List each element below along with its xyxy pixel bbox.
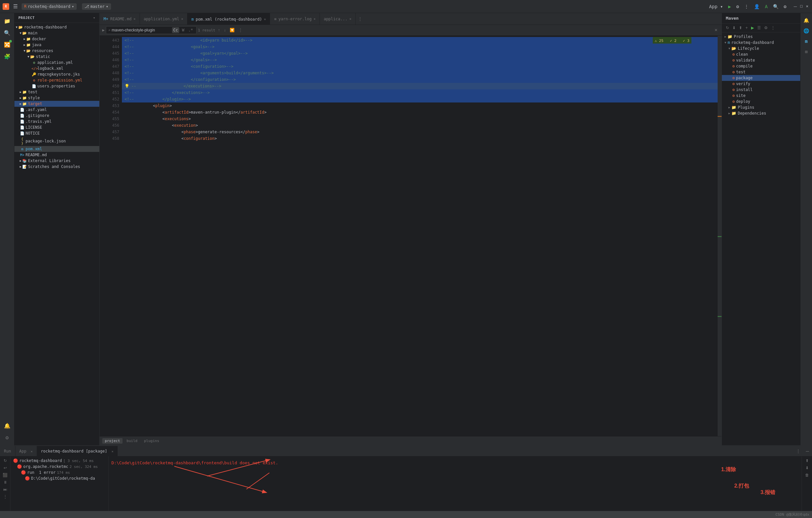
run-settings[interactable]: ⋮ — [2, 494, 8, 500]
tree-item-readme[interactable]: M+ README.md — [14, 152, 99, 158]
maven-more[interactable]: ⋮ — [770, 25, 776, 31]
search-next[interactable]: ↓ — [223, 27, 227, 33]
tab-applica[interactable]: applica... ✕ — [320, 13, 355, 25]
tree-item-jks[interactable]: 🔑 rmqcngkeystore.jks — [14, 71, 99, 77]
editor-tab-plugins[interactable]: plugins — [141, 438, 162, 444]
search-expand[interactable]: ▶ — [102, 28, 105, 32]
activity-git[interactable]: 🔀 — [2, 39, 12, 50]
tab-close-appyml[interactable]: ✕ — [181, 17, 183, 21]
tree-item-style[interactable]: ▶ 📁 style — [14, 95, 99, 101]
tree-item-logback[interactable]: </> logback.xml — [14, 65, 99, 71]
maven-validate[interactable]: ⚙ validate — [722, 57, 800, 63]
search-options[interactable]: ⋮ — [237, 27, 244, 33]
search-filter[interactable]: 🔽 — [228, 27, 236, 33]
right-icon-m[interactable]: m — [802, 37, 811, 46]
run-pause[interactable]: ⏸ — [2, 479, 8, 485]
tree-item-target[interactable]: ▶ 📁 target — [14, 101, 99, 107]
tree-item-asf[interactable]: 📄 .asf.yaml — [14, 107, 99, 113]
maven-profiles[interactable]: ▶ 📁 Profiles — [722, 34, 800, 40]
maven-lifecycle[interactable]: ▼ 📂 Lifecycle — [722, 45, 800, 52]
tree-item-appyml[interactable]: ⚙ application.yml — [14, 60, 99, 65]
hamburger-menu[interactable]: ☰ — [12, 2, 19, 11]
maven-site[interactable]: ⚙ site — [722, 93, 800, 98]
tab-close-readme[interactable]: ✕ — [134, 17, 135, 21]
right-icon-table[interactable]: ⊞ — [802, 47, 811, 56]
editor-tab-build[interactable]: build — [124, 438, 140, 444]
app-button[interactable]: App ▾ — [708, 3, 724, 10]
tab-yarn-log[interactable]: ≡ yarn-error.log ✕ — [270, 13, 319, 25]
search-close[interactable]: ✕ — [713, 27, 719, 33]
maven-add[interactable]: + — [744, 25, 749, 31]
bottom-close-panel[interactable]: — — [803, 447, 812, 456]
tab-readme[interactable]: M+ README.md ✕ — [99, 13, 140, 25]
git-branch[interactable]: ⎇ master ▾ — [82, 3, 111, 10]
maven-test[interactable]: ⚙ test — [722, 69, 800, 75]
search-icon[interactable]: 🔍 — [772, 3, 780, 10]
maven-upload[interactable]: ⬆ — [737, 25, 744, 31]
right-icon-notification[interactable]: 🔔 — [802, 16, 811, 25]
run-item-rocketmc[interactable]: 🔴 org.apache.rocketmc 2 sec, 324 ms — [10, 464, 109, 469]
run-button[interactable]: ▶ — [727, 3, 732, 10]
maven-tasks[interactable]: ☰ — [756, 25, 762, 31]
activity-settings2[interactable]: ⚙ — [2, 432, 12, 443]
tree-item-role[interactable]: ⚙ role-permission.yml — [14, 77, 99, 83]
activity-extensions[interactable]: 🧩 — [2, 51, 12, 62]
tree-item-notice[interactable]: 📄 NOTICE — [14, 130, 99, 136]
tab-close-pom[interactable]: ✕ — [264, 17, 266, 21]
run-filter[interactable]: ⏭ — [2, 487, 8, 492]
close-button[interactable]: ✕ — [805, 4, 809, 9]
run-item-path[interactable]: 🔴 D:\Code\gitCode\rocketmq-da — [10, 476, 109, 481]
tab-pom[interactable]: m pom.xml (rocketmq-dashboard) ✕ — [187, 13, 270, 25]
maven-verify[interactable]: ⚙ verify — [722, 81, 800, 87]
run-item-dashboard[interactable]: 🔴 rocketmq-dashboard [ 3 sec, 54 ms — [10, 458, 109, 464]
run-stop[interactable]: ⬛ — [1, 472, 9, 478]
build-button[interactable]: ⚙ — [735, 3, 740, 10]
maven-compile[interactable]: ⚙ compile — [722, 63, 800, 69]
settings-icon[interactable]: ⚙ — [783, 3, 788, 10]
run-restart[interactable]: ↻ — [2, 458, 8, 464]
tree-item-java[interactable]: ▶ 📁 java — [14, 42, 99, 48]
activity-search[interactable]: 🔍 — [2, 28, 12, 38]
tree-item-pom[interactable]: m pom.xml — [14, 146, 99, 152]
bottom-tab-package[interactable]: rocketmq-dashboard [package] ✕ — [37, 446, 118, 456]
maven-download[interactable]: ⬇ — [731, 25, 737, 31]
tab-more[interactable]: ⋮ — [355, 17, 365, 21]
search-word-btn[interactable]: W — [180, 27, 185, 33]
editor-tab-project[interactable]: project — [102, 438, 122, 444]
project-name[interactable]: R rocketmq-dashboard ▾ — [22, 3, 77, 10]
clear-output[interactable]: 🗑 — [804, 472, 810, 478]
bottom-tab-run[interactable]: Run — [0, 446, 16, 456]
tree-item-ext-libs[interactable]: ▶ 📚 External Libraries — [14, 158, 99, 164]
tab-appyml[interactable]: application.yml ✕ — [140, 13, 187, 25]
bottom-more-btn[interactable]: ⋮ — [794, 447, 803, 456]
activity-notifications[interactable]: 🔔 — [2, 420, 12, 431]
tree-item-travis[interactable]: 📄 .travis.yml — [14, 119, 99, 124]
maven-install[interactable]: ⚙ install — [722, 87, 800, 93]
scroll-top[interactable]: ⬆ — [804, 458, 810, 464]
tree-item-pkgjson[interactable]: { } package-lock.json — [14, 136, 99, 146]
tree-item-users[interactable]: 📄 users.properties — [14, 83, 99, 89]
more-button[interactable]: ⋮ — [743, 3, 750, 10]
sidebar-chevron[interactable]: ▾ — [93, 16, 95, 20]
tree-item-scratches[interactable]: ▶ 📝 Scratches and Consoles — [14, 164, 99, 170]
bottom-tab-close-package[interactable]: ✕ — [111, 450, 113, 453]
code-content[interactable]: <!-- <id>yarn build</id>--> ⚠ 25 ✓ 2 ✓ 3… — [122, 36, 718, 436]
user-icon[interactable]: 👤 — [753, 3, 761, 10]
tab-close-yarn[interactable]: ✕ — [314, 17, 316, 21]
editor-scrollbar[interactable] — [718, 36, 722, 436]
right-icon-translate[interactable]: 🌐 — [802, 26, 811, 35]
maven-deploy[interactable]: ⚙ deploy — [722, 98, 800, 104]
maven-project[interactable]: ▼ m rocketmq-dashboard — [722, 40, 800, 45]
translate-icon[interactable]: A — [763, 3, 769, 10]
bottom-tab-app[interactable]: App ✕ — [16, 446, 37, 456]
maven-plugins[interactable]: ▶ 📁 Plugins — [722, 104, 800, 110]
search-cc-btn[interactable]: Cc — [172, 27, 179, 33]
maven-settings[interactable]: ⚙ — [763, 25, 769, 31]
maven-dependencies[interactable]: ▶ 📁 Dependencies — [722, 110, 800, 116]
scroll-bottom[interactable]: ⬇ — [804, 465, 810, 471]
tree-item-gitignore[interactable]: 📄 .gitignore — [14, 113, 99, 119]
tree-item-static[interactable]: ▼ 📂 static — [14, 54, 99, 60]
maximize-button[interactable]: ☐ — [799, 4, 804, 9]
run-item-run[interactable]: 🔴 run 1 error 174 ms — [10, 469, 109, 476]
maven-run[interactable]: ▶ — [750, 25, 755, 31]
